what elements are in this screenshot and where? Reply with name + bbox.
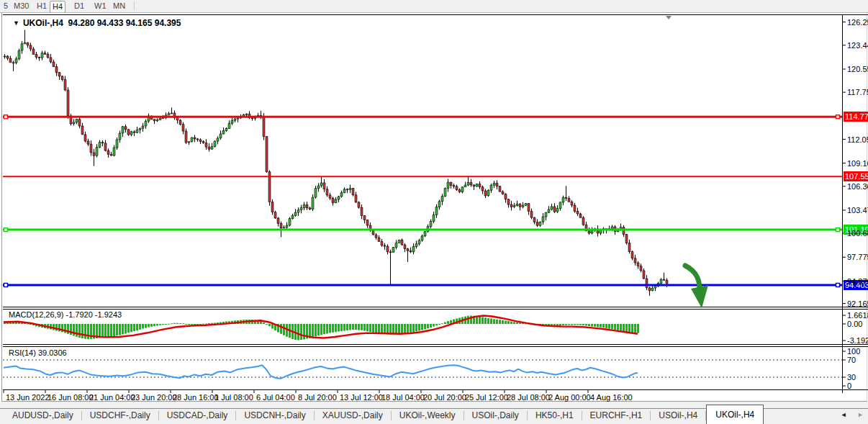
chart-tab-ukoil-h4[interactable]: UKOil-,H4 xyxy=(706,405,764,424)
timeframe-button-h4[interactable]: H4 xyxy=(50,1,65,13)
level-line-handle[interactable] xyxy=(4,283,8,287)
timeframe-button-m30[interactable]: M30 xyxy=(12,1,31,12)
chart-tab-usoil-daily[interactable]: USOil-,Daily xyxy=(464,409,527,423)
timeframe-button-d1[interactable]: D1 xyxy=(72,1,86,12)
timeframe-button-5[interactable]: 5 xyxy=(1,1,10,12)
timeframe-toolbar: 5M30H1H4D1W1MN xyxy=(0,0,868,13)
chart-tab-hk50-h1[interactable]: HK50-,H1 xyxy=(528,409,582,423)
level-line-handle[interactable] xyxy=(836,228,840,232)
level-line-handle[interactable] xyxy=(836,115,840,119)
chart-tab-usdcnh-daily[interactable]: USDCNH-,Daily xyxy=(236,409,313,423)
chart-tab-eurchf-h1[interactable]: EURCHF-,H1 xyxy=(582,409,651,423)
chart-plot-area[interactable] xyxy=(3,15,842,307)
timeframe-button-h1[interactable]: H1 xyxy=(35,1,49,12)
chart-tab-bar: AUDUSD-,DailyUSDCHF-,DailyUSDCAD-,DailyU… xyxy=(0,402,868,424)
level-line-handle[interactable] xyxy=(4,228,8,232)
chart-tab-usdchf-daily[interactable]: USDCHF-,Daily xyxy=(82,409,158,423)
mt4-chart-window: 5M30H1H4D1W1MN ▼UKOil-,H4 94.280 94.433 … xyxy=(0,0,868,424)
tabs-scroll-left-icon[interactable]: ◄ xyxy=(841,411,847,418)
chart-tab-usdcad-daily[interactable]: USDCAD-,Daily xyxy=(159,409,236,423)
tabs-scroll-right-icon[interactable]: ► xyxy=(857,411,864,418)
timeframe-button-w1[interactable]: W1 xyxy=(92,1,109,12)
rsi-line xyxy=(4,365,638,379)
chart-tab-xauusd-daily[interactable]: XAUUSD-,Daily xyxy=(315,409,391,423)
level-line-handle[interactable] xyxy=(4,115,8,119)
toolbar-separator xyxy=(134,1,135,10)
level-line-handle[interactable] xyxy=(836,283,840,287)
chart-tab-usoil-h4[interactable]: USOil-,H4 xyxy=(651,409,705,423)
chart-tab-audusd-daily[interactable]: AUDUSD-,Daily xyxy=(4,409,81,423)
timeframe-button-mn[interactable]: MN xyxy=(111,1,127,12)
chart-tab-ukoil-weekly[interactable]: UKOil-,Weekly xyxy=(392,409,464,423)
chart-canvas[interactable] xyxy=(0,0,868,424)
